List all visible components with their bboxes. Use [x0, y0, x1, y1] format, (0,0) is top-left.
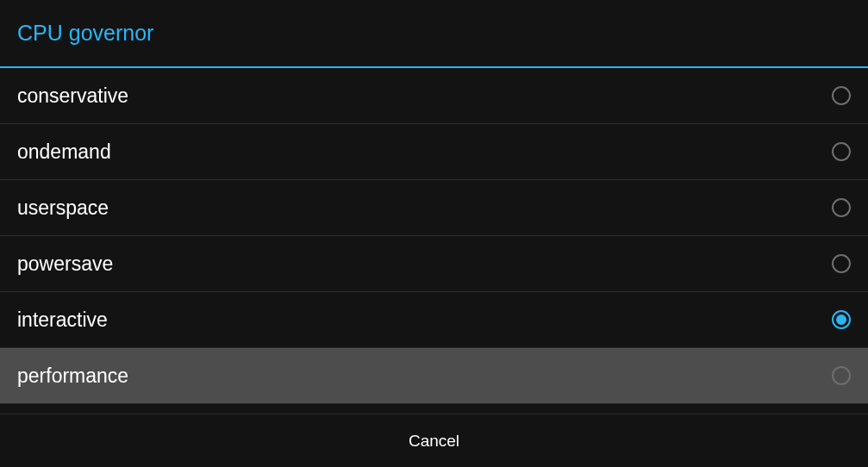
option-interactive[interactable]: interactive	[0, 292, 868, 348]
dialog-header: CPU governor	[0, 0, 868, 68]
option-label: interactive	[17, 308, 108, 332]
dialog-footer: Cancel	[0, 414, 868, 467]
option-label: ondemand	[17, 140, 111, 164]
radio-icon	[832, 310, 851, 329]
options-list: conservative ondemand userspace powersav…	[0, 68, 868, 414]
option-powersave[interactable]: powersave	[0, 236, 868, 292]
dialog-title: CPU governor	[17, 21, 851, 46]
option-label: conservative	[17, 84, 128, 108]
radio-icon	[832, 86, 851, 105]
radio-icon	[832, 142, 851, 161]
radio-icon	[832, 254, 851, 273]
option-label: powersave	[17, 252, 113, 276]
option-performance[interactable]: performance	[0, 348, 868, 404]
radio-icon	[832, 198, 851, 217]
radio-icon	[832, 366, 851, 385]
option-userspace[interactable]: userspace	[0, 180, 868, 236]
cancel-button[interactable]: Cancel	[391, 423, 477, 459]
option-label: performance	[17, 364, 128, 388]
option-conservative[interactable]: conservative	[0, 68, 868, 124]
option-ondemand[interactable]: ondemand	[0, 124, 868, 180]
cpu-governor-dialog: CPU governor conservative ondemand users…	[0, 0, 868, 467]
option-label: userspace	[17, 196, 109, 220]
